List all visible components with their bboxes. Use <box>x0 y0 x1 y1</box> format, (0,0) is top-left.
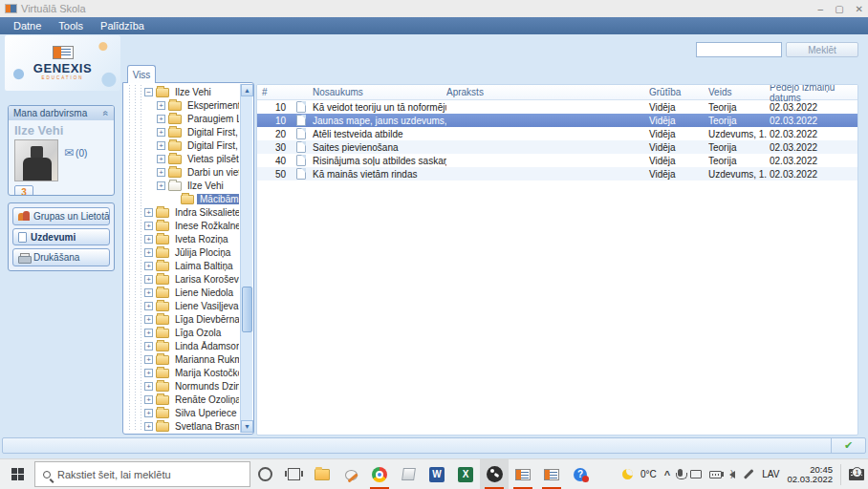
plus-expander-icon[interactable]: + <box>157 141 165 150</box>
word-taskbar-button[interactable]: W <box>423 459 451 489</box>
plus-expander-icon[interactable]: + <box>144 275 153 284</box>
language-indicator[interactable]: LAV <box>762 469 779 479</box>
microphone-icon[interactable] <box>678 469 683 477</box>
plus-expander-icon[interactable]: + <box>144 288 153 297</box>
table-row[interactable]: 10Jaunas mape, jauns uzdevums, saglabāš.… <box>257 114 857 127</box>
table-row[interactable]: 50Kā mainās vietām rindasVidējaUzdevums,… <box>257 167 857 181</box>
col-apraksts[interactable]: Apraksts <box>446 87 649 97</box>
genexis-2-taskbar-button[interactable] <box>537 459 566 489</box>
table-row[interactable]: 30Saites pievienošanaVidējaTeorija02.03.… <box>257 140 857 154</box>
tree-item[interactable]: +Liene Niedola <box>125 286 239 299</box>
plus-expander-icon[interactable]: + <box>144 262 153 270</box>
genexis-1-taskbar-button[interactable] <box>509 459 537 489</box>
tree-item[interactable]: +Inese Rožkalne <box>125 219 239 232</box>
grupas-un-lietot-ji-button[interactable]: Grupas un Lietotāji <box>12 207 110 225</box>
temperature[interactable]: 0°C <box>640 469 657 479</box>
tree-item[interactable]: +Vietas pilsētā <box>125 152 239 165</box>
chrome-taskbar-button[interactable] <box>365 459 394 489</box>
search-input[interactable] <box>696 42 782 57</box>
col-veids[interactable]: Veids <box>708 87 770 97</box>
plus-expander-icon[interactable]: + <box>144 422 153 431</box>
uzdevumi-button[interactable]: Uzdevumi <box>12 228 110 246</box>
tree-item[interactable]: +Marianna Rukmane <box>125 352 239 366</box>
tree-item[interactable]: +Silva Uperiece <box>125 406 239 419</box>
plus-expander-icon[interactable]: + <box>157 128 165 137</box>
tree-item[interactable]: +Laima Baltiņa <box>125 259 239 272</box>
hidden-icons-chevron[interactable]: ^ <box>664 471 670 478</box>
tree-item[interactable]: +Eksperimentālie... <box>125 98 239 112</box>
col-nosaukums[interactable]: Nosaukums <box>313 87 446 97</box>
minimize-button[interactable]: – <box>818 4 824 14</box>
plus-expander-icon[interactable]: + <box>157 101 165 110</box>
plus-expander-icon[interactable]: + <box>144 315 153 324</box>
plus-expander-icon[interactable]: + <box>144 302 153 310</box>
plus-expander-icon[interactable]: + <box>144 208 153 217</box>
plus-expander-icon[interactable]: + <box>144 222 153 230</box>
plus-expander-icon[interactable]: + <box>144 395 153 404</box>
tree-item[interactable]: Mācibām <box>125 192 239 205</box>
plus-expander-icon[interactable]: + <box>144 409 153 417</box>
col-grutiba[interactable]: Grūtība <box>649 87 708 97</box>
task-view-taskbar-button[interactable] <box>279 459 308 489</box>
start-button[interactable] <box>0 459 34 489</box>
plus-expander-icon[interactable]: + <box>144 235 153 244</box>
close-button[interactable]: ✕ <box>856 4 863 14</box>
plus-expander-icon[interactable]: + <box>157 168 165 177</box>
file-explorer-taskbar-button[interactable] <box>308 459 336 489</box>
plus-expander-icon[interactable]: + <box>157 115 165 123</box>
scroll-down-arrow[interactable]: ▼ <box>241 420 253 433</box>
tree-item[interactable]: +Ilze Vehi <box>125 179 239 192</box>
help-taskbar-button[interactable]: ? <box>566 459 595 489</box>
tree-item[interactable]: +Jūlija Plociņa <box>125 245 239 259</box>
menu-item-tools[interactable]: Tools <box>51 19 91 32</box>
tree-item[interactable]: +Digital First, 2. ... <box>125 138 239 152</box>
tree-item[interactable]: +Normunds Dzintars <box>125 379 239 393</box>
speaker-icon[interactable] <box>729 471 735 478</box>
plus-expander-icon[interactable]: + <box>144 342 153 351</box>
tablet-icon[interactable] <box>690 470 702 478</box>
tree-item[interactable]: +Digital First, 1. ... <box>125 125 239 138</box>
clock[interactable]: 20:45 02.03.2022 <box>787 465 833 484</box>
tree-item[interactable]: +Iveta Roziņa <box>125 232 239 245</box>
menu-item-datne[interactable]: Datne <box>6 19 49 32</box>
tree-item[interactable]: +Larisa Koroševska <box>125 272 239 286</box>
search-button[interactable]: Meklēt <box>786 42 858 57</box>
tree-item[interactable]: +Liene Vasiļjeva <box>125 299 239 312</box>
tree-item[interactable]: +Darbi un vietas <box>125 165 239 179</box>
table-row[interactable]: 40Risinājuma soļu atbildes saskaņošana a… <box>257 154 857 167</box>
obs-taskbar-button[interactable] <box>480 459 509 489</box>
notification-icon[interactable]: 1 <box>849 469 864 480</box>
tree-item[interactable]: +Līga Ozola <box>125 326 239 339</box>
excel-taskbar-button[interactable]: X <box>451 459 480 489</box>
taskbar-search[interactable]: Rakstiet šeit, lai meklētu <box>34 461 250 487</box>
maximize-button[interactable]: ▢ <box>835 4 843 14</box>
tab-viss[interactable]: Viss <box>127 65 156 83</box>
plus-expander-icon[interactable]: + <box>157 155 165 163</box>
tree-item[interactable]: +Līga Dievbērna <box>125 312 239 326</box>
druk-ana-button[interactable]: Drukāšana <box>12 248 110 266</box>
tree-item[interactable]: +Paraugiem LV <box>125 112 239 125</box>
tree-item[interactable]: −Ilze Vehi <box>125 85 239 98</box>
plus-expander-icon[interactable]: + <box>144 329 153 337</box>
mail-icon[interactable]: ✉ <box>64 147 74 159</box>
plus-expander-icon[interactable]: + <box>157 181 165 190</box>
scroll-up-arrow[interactable]: ▲ <box>241 84 253 96</box>
minus-expander-icon[interactable]: − <box>144 88 153 96</box>
plus-expander-icon[interactable]: + <box>144 382 153 391</box>
tree-item[interactable]: +Renāte Ozoliņa <box>125 393 239 406</box>
notepad-taskbar-button[interactable] <box>394 459 423 489</box>
tree-item[interactable]: +Indra Siksaliete <box>125 205 239 219</box>
mini-button[interactable]: 3 <box>14 185 33 196</box>
tree-item[interactable]: +Linda Ādamsone <box>125 339 239 352</box>
paint-taskbar-button[interactable] <box>336 459 365 489</box>
tree-item[interactable]: +Marija Kostočko <box>125 366 239 379</box>
table-row[interactable]: 10Kā veidot teoriju un tā noformējumsVid… <box>257 100 857 114</box>
scroll-thumb[interactable] <box>242 287 252 332</box>
weather-icon[interactable] <box>622 469 633 479</box>
tree-scrollbar[interactable]: ▲ ▼ <box>240 84 252 433</box>
col-number[interactable]: # <box>257 87 290 97</box>
pen-icon[interactable] <box>744 469 753 478</box>
tree-item[interactable]: +Svetlana Brasnujeva <box>125 419 239 432</box>
plus-expander-icon[interactable]: + <box>144 355 153 364</box>
col-datums[interactable]: Pēdējo izmaiņu datums <box>770 84 857 103</box>
